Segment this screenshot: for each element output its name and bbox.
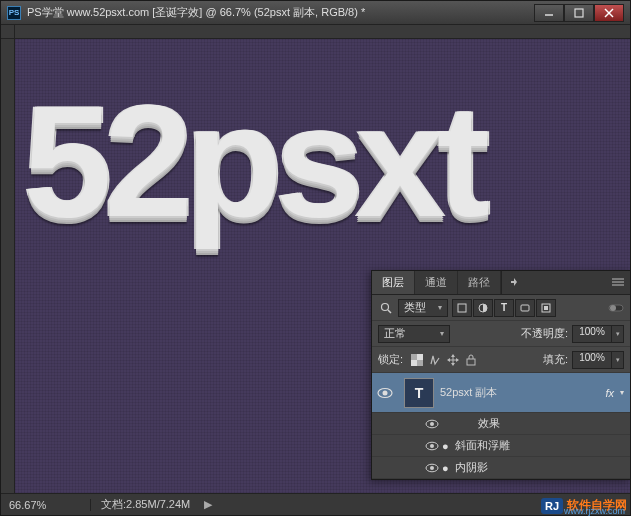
lock-all-icon[interactable] <box>463 352 479 368</box>
filter-toggle-icon[interactable] <box>608 300 624 316</box>
minimize-button[interactable] <box>534 4 564 22</box>
filter-adjust-icon[interactable] <box>473 299 493 317</box>
lock-pixels-icon[interactable] <box>427 352 443 368</box>
fx-badge[interactable]: fx <box>605 387 614 399</box>
svg-line-8 <box>388 310 391 313</box>
svg-rect-19 <box>411 360 417 366</box>
svg-marker-23 <box>451 363 455 366</box>
status-arrow-icon[interactable]: ▶ <box>204 498 212 511</box>
svg-marker-24 <box>447 358 450 362</box>
document-info[interactable]: 文档:2.85M/7.24M <box>91 497 200 512</box>
layer-list: T 52psxt 副本 fx ▾ 效果 ● 斜面和浮雕 ● 内阴影 <box>372 373 630 479</box>
filter-type-label: 类型 <box>404 300 426 315</box>
svg-rect-26 <box>467 359 475 365</box>
effect-item[interactable]: ● 内阴影 <box>372 457 630 479</box>
svg-point-7 <box>382 303 389 310</box>
svg-point-30 <box>430 422 434 426</box>
layer-item[interactable]: T 52psxt 副本 fx ▾ <box>372 373 630 413</box>
titlebar: PS PS学堂 www.52psxt.com [圣诞字效] @ 66.7% (5… <box>1 1 630 25</box>
effect-name: 内阴影 <box>455 460 488 475</box>
svg-rect-13 <box>544 306 548 310</box>
svg-marker-22 <box>451 354 455 357</box>
svg-rect-18 <box>417 354 423 360</box>
filter-type-select[interactable]: 类型 ▾ <box>398 299 448 317</box>
lock-position-icon[interactable] <box>445 352 461 368</box>
fill-label: 填充: <box>543 352 568 367</box>
tab-channels[interactable]: 通道 <box>415 271 458 294</box>
svg-marker-25 <box>456 358 459 362</box>
ruler-horizontal[interactable] <box>15 25 630 39</box>
layer-thumbnail[interactable]: T <box>404 378 434 408</box>
ruler-corner <box>1 25 15 39</box>
blend-row: 正常 ▾ 不透明度: 100% ▾ <box>372 321 630 347</box>
blend-mode-value: 正常 <box>384 326 406 341</box>
fill-caret-icon[interactable]: ▾ <box>612 351 624 369</box>
effect-item[interactable]: ● 斜面和浮雕 <box>372 435 630 457</box>
opacity-label: 不透明度: <box>521 326 568 341</box>
svg-rect-17 <box>417 360 423 366</box>
effects-label: 效果 <box>442 416 500 431</box>
svg-rect-16 <box>411 354 417 360</box>
svg-rect-9 <box>458 304 466 312</box>
opacity-input[interactable]: 100% <box>572 325 612 343</box>
svg-point-34 <box>430 466 434 470</box>
search-icon[interactable] <box>378 300 394 316</box>
bullet-icon: ● <box>442 440 449 452</box>
filter-row: 类型 ▾ T <box>372 295 630 321</box>
filter-pixel-icon[interactable] <box>452 299 472 317</box>
tab-layers[interactable]: 图层 <box>372 271 415 294</box>
blend-mode-select[interactable]: 正常 ▾ <box>378 325 450 343</box>
fill-input[interactable]: 100% <box>572 351 612 369</box>
filter-shape-icon[interactable] <box>515 299 535 317</box>
filter-text-icon[interactable]: T <box>494 299 514 317</box>
bullet-icon: ● <box>442 462 449 474</box>
app-icon: PS <box>7 6 21 20</box>
visibility-eye-icon[interactable] <box>422 463 442 473</box>
tab-paths[interactable]: 路径 <box>458 271 501 294</box>
opacity-caret-icon[interactable]: ▾ <box>612 325 624 343</box>
effects-header: 效果 <box>372 413 630 435</box>
layer-name[interactable]: 52psxt 副本 <box>440 385 605 400</box>
canvas-text-layer: 52psxt <box>23 69 482 253</box>
maximize-button[interactable] <box>564 4 594 22</box>
panel-collapse-icon[interactable] <box>501 271 525 294</box>
effects-expand-icon[interactable]: ▾ <box>620 388 624 397</box>
visibility-eye-icon[interactable] <box>372 387 398 399</box>
zoom-level[interactable]: 66.67% <box>1 499 91 511</box>
lock-label: 锁定: <box>378 352 403 367</box>
watermark-url: www.rjzxw.com <box>564 506 625 516</box>
svg-point-15 <box>610 305 616 311</box>
chevron-down-icon: ▾ <box>438 303 442 312</box>
window-title: PS学堂 www.52psxt.com [圣诞字效] @ 66.7% (52ps… <box>27 5 534 20</box>
svg-rect-11 <box>521 305 529 311</box>
svg-point-28 <box>383 390 388 395</box>
filter-smart-icon[interactable] <box>536 299 556 317</box>
visibility-eye-icon[interactable] <box>422 441 442 451</box>
svg-point-32 <box>430 444 434 448</box>
svg-rect-1 <box>575 9 583 17</box>
lock-row: 锁定: 填充: 100% ▾ <box>372 347 630 373</box>
chevron-down-icon: ▾ <box>440 329 444 338</box>
layers-panel: 图层 通道 路径 类型 ▾ T 正常 ▾ <box>371 270 631 480</box>
lock-transparency-icon[interactable] <box>409 352 425 368</box>
watermark-badge: RJ <box>541 498 563 514</box>
panel-menu-icon[interactable] <box>606 271 630 294</box>
statusbar: 66.67% 文档:2.85M/7.24M ▶ <box>1 493 630 515</box>
close-button[interactable] <box>594 4 624 22</box>
effect-name: 斜面和浮雕 <box>455 438 510 453</box>
visibility-eye-icon[interactable] <box>422 419 442 429</box>
ruler-vertical[interactable] <box>1 39 15 515</box>
